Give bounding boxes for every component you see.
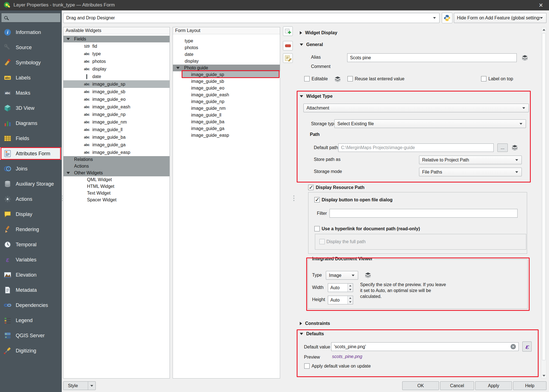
display-button-checkbox[interactable] [314, 197, 320, 202]
alias-override-icon[interactable] [520, 53, 530, 62]
sidebar-item-diagrams[interactable]: Diagrams [0, 116, 62, 131]
display-resource-path-checkbox[interactable] [308, 185, 314, 190]
edit-item-button[interactable] [283, 53, 293, 63]
viewer-type-override-icon[interactable] [363, 270, 374, 280]
sidebar-item-legend[interactable]: Legend [0, 313, 62, 328]
sidebar-item-joins[interactable]: Joins [0, 161, 62, 176]
sidebar-item-attributes-form[interactable]: Attributes Form [0, 146, 62, 161]
available-field-image-guide-ll[interactable]: abcimage_guide_ll [63, 126, 170, 133]
spin-down-icon[interactable] [348, 288, 353, 292]
form-layout-item-image-guide-ba[interactable]: image_guide_ba [173, 118, 280, 125]
sidebar-item-temporal[interactable]: Temporal [0, 237, 62, 252]
scrollbar-thumb[interactable] [542, 33, 546, 360]
form-layout-item-image-guide-sb[interactable]: image_guide_sb [173, 78, 280, 85]
form-layout-item-image-guide-ga[interactable]: image_guide_ga [173, 125, 280, 132]
viewer-type-combo[interactable]: Image [326, 271, 358, 280]
constraints-section-header[interactable]: Constraints [300, 320, 330, 327]
available-field-image-guide-ba[interactable]: abcimage_guide_ba [63, 133, 170, 141]
sidebar-item-masks[interactable]: abcMasks [0, 85, 62, 101]
add-tab-group-button[interactable] [283, 26, 293, 36]
python-console-button[interactable] [442, 13, 452, 23]
defaults-section-header[interactable]: Defaults [300, 331, 324, 337]
sidebar-item-source[interactable]: Source [0, 40, 62, 55]
form-layout-item-image-guide-easp[interactable]: image_guide_easp [173, 132, 280, 139]
form-layout-item-image-guide-sp[interactable]: image_guide_sp [182, 71, 279, 78]
global-settings-combo[interactable]: Hide Form on Add Feature (global setting… [454, 13, 546, 23]
available-field-type[interactable]: abctype [63, 50, 170, 58]
tree-group-actions[interactable]: Actions [63, 163, 170, 170]
available-field-image-guide-sp[interactable]: abcimage_guide_sp [63, 80, 170, 88]
form-layout-item-display[interactable]: display [173, 58, 280, 65]
filter-field[interactable] [330, 209, 518, 218]
form-layout-item-image-guide-np[interactable]: image_guide_np [173, 98, 280, 105]
tree-group-other-widgets[interactable]: Other Widgets [63, 170, 170, 176]
viewer-width-spinner[interactable]: Auto [328, 283, 353, 292]
splitter-handle[interactable] [61, 195, 63, 201]
editable-override-icon[interactable] [333, 74, 343, 84]
scroll-up-icon[interactable] [541, 27, 546, 32]
form-layout-item-date[interactable]: date [173, 51, 280, 58]
storage-mode-combo[interactable]: File Paths [419, 168, 522, 176]
default-value-field[interactable]: 'scots_pine.png' ✕ [331, 342, 519, 351]
cancel-button[interactable]: Cancel [440, 381, 474, 390]
available-field-image-guide-nm[interactable]: abcimage_guide_nm [63, 118, 170, 126]
general-section-header[interactable]: General [300, 42, 323, 48]
form-layout-item-image-guide-nm[interactable]: image_guide_nm [173, 105, 280, 112]
sidebar-item-metadata[interactable]: Metadata [0, 282, 62, 298]
search-input[interactable] [1, 13, 61, 22]
other-widget-text-widget[interactable]: Text Widget [63, 190, 170, 197]
widget-type-combo[interactable]: Attachment [303, 104, 529, 112]
settings-scrollbar[interactable] [541, 27, 546, 379]
form-layout-item-image-guide-eo[interactable]: image_guide_eo [173, 85, 280, 92]
help-button[interactable]: Help [513, 381, 546, 390]
available-field-photos[interactable]: abcphotos [63, 58, 170, 65]
sidebar-item-qgis-server[interactable]: QGIS Server [0, 328, 62, 343]
spinner-buttons[interactable] [347, 296, 353, 304]
form-layout-group-photo-guide[interactable]: Photo guide [173, 65, 280, 71]
available-field-image-guide-eash[interactable]: abcimage_guide_eash [63, 103, 170, 111]
display-full-path-checkbox[interactable] [319, 239, 325, 244]
form-layout-item-photos[interactable]: photos [173, 44, 280, 51]
available-field-image-guide-np[interactable]: abcimage_guide_np [63, 111, 170, 118]
apply-default-on-update-checkbox[interactable] [304, 363, 310, 369]
remove-item-button[interactable] [283, 41, 293, 51]
available-field-fid[interactable]: 123fid [63, 42, 170, 50]
spin-up-icon[interactable] [348, 284, 353, 288]
tree-group-relations[interactable]: Relations [63, 156, 170, 163]
viewer-height-spinner[interactable]: Auto [328, 296, 353, 304]
sidebar-item-digitizing[interactable]: Digitizing [0, 343, 62, 358]
label-on-top-checkbox[interactable] [481, 76, 486, 81]
default-path-override-icon[interactable] [510, 143, 520, 152]
available-field-display[interactable]: abcdisplay [63, 65, 170, 73]
browse-path-button[interactable]: ... [497, 143, 508, 152]
widget-type-section-header[interactable]: Widget Type [300, 93, 333, 99]
available-field-image-guide-sb[interactable]: abcimage_guide_sb [63, 88, 170, 95]
style-button[interactable]: Style [63, 381, 96, 390]
available-field-image-guide-easp[interactable]: abcimage_guide_easp [63, 149, 170, 156]
widget-display-section-header[interactable]: Widget Display [300, 30, 337, 36]
hyperlink-checkbox[interactable] [314, 226, 320, 231]
sidebar-item-information[interactable]: iInformation [0, 25, 62, 40]
sidebar-item-symbology[interactable]: Symbology [0, 55, 62, 70]
sidebar-item-labels[interactable]: abcLabels [0, 70, 62, 85]
sidebar-item-elevation[interactable]: Elevation [0, 267, 62, 282]
store-path-as-combo[interactable]: Relative to Project Path [419, 156, 522, 164]
sidebar-item-actions[interactable]: Actions [0, 192, 62, 207]
sidebar-item-fields[interactable]: Fields [0, 131, 62, 146]
ok-button[interactable]: OK [402, 381, 439, 390]
sidebar-item-dependencies[interactable]: Dependencies [0, 298, 62, 313]
default-path-field[interactable]: C:\MerginMaps Projects\image-guide [338, 143, 494, 152]
scroll-down-icon[interactable] [541, 373, 546, 378]
designer-combo[interactable]: Drag and Drop Designer [63, 13, 440, 23]
form-layout-item-image-guide-eash[interactable]: image_guide_eash [173, 92, 280, 98]
close-button[interactable]: × [533, 0, 549, 10]
spinner-buttons[interactable] [347, 284, 353, 292]
form-layout-item-type[interactable]: type [173, 38, 280, 44]
spin-down-icon[interactable] [348, 300, 353, 304]
alias-field[interactable]: Scots pine [347, 53, 517, 62]
sidebar-item-rendering[interactable]: Rendering [0, 222, 62, 237]
apply-button[interactable]: Apply [475, 381, 512, 390]
other-widget-spacer-widget[interactable]: Spacer Widget [63, 197, 170, 203]
sidebar-item-auxiliary-storage[interactable]: Auxiliary Storage [0, 176, 62, 192]
expression-button[interactable]: ε [522, 341, 532, 352]
